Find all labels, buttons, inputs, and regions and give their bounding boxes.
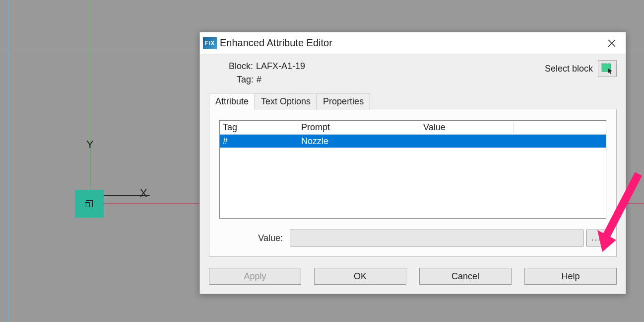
- select-block-button[interactable]: [598, 60, 617, 77]
- table-row[interactable]: # Nozzle: [220, 135, 606, 148]
- ucs-origin-marker[interactable]: [75, 190, 104, 218]
- tab-properties[interactable]: Properties: [317, 93, 370, 110]
- cell-prompt: Nozzle: [298, 136, 420, 147]
- tab-attribute[interactable]: Attribute: [209, 93, 255, 110]
- ucs-icon: [86, 200, 93, 207]
- value-label: Value:: [219, 233, 287, 243]
- tab-panel-attribute: Tag Prompt Value # Nozzle Value: ...: [209, 109, 617, 257]
- cancel-button[interactable]: Cancel: [419, 268, 512, 285]
- value-input[interactable]: [290, 230, 583, 246]
- guide-line-vertical: [8, 0, 8, 322]
- tag-value: #: [257, 75, 261, 85]
- tab-text-options[interactable]: Text Options: [255, 93, 317, 110]
- close-icon: [608, 39, 616, 47]
- grid-header: Tag Prompt Value: [220, 121, 606, 135]
- select-block-label: Select block: [545, 64, 593, 74]
- titlebar[interactable]: F/X Enhanced Attribute Editor: [200, 32, 626, 54]
- axis-x-label: X: [140, 188, 147, 199]
- column-value[interactable]: Value: [420, 122, 514, 133]
- window-title: Enhanced Attribute Editor: [220, 37, 332, 49]
- help-button[interactable]: Help: [524, 268, 617, 285]
- browse-button[interactable]: ...: [586, 230, 606, 246]
- block-value: LAFX-A1-19: [256, 61, 305, 72]
- close-button[interactable]: [602, 36, 622, 51]
- enhanced-attribute-editor-dialog: F/X Enhanced Attribute Editor Block: LAF…: [199, 32, 626, 294]
- ok-button[interactable]: OK: [314, 268, 406, 285]
- axis-y-label: Y: [86, 139, 94, 150]
- column-tag[interactable]: Tag: [220, 122, 298, 133]
- select-icon: [601, 63, 613, 74]
- tag-label: Tag:: [237, 75, 254, 85]
- apply-button[interactable]: Apply: [209, 268, 301, 285]
- cell-tag: #: [220, 136, 298, 147]
- tabs: Attribute Text Options Properties: [209, 93, 617, 110]
- fx-app-icon: F/X: [203, 37, 217, 49]
- column-prompt[interactable]: Prompt: [298, 122, 420, 133]
- attribute-grid[interactable]: Tag Prompt Value # Nozzle: [219, 120, 606, 219]
- block-label: Block:: [229, 61, 253, 72]
